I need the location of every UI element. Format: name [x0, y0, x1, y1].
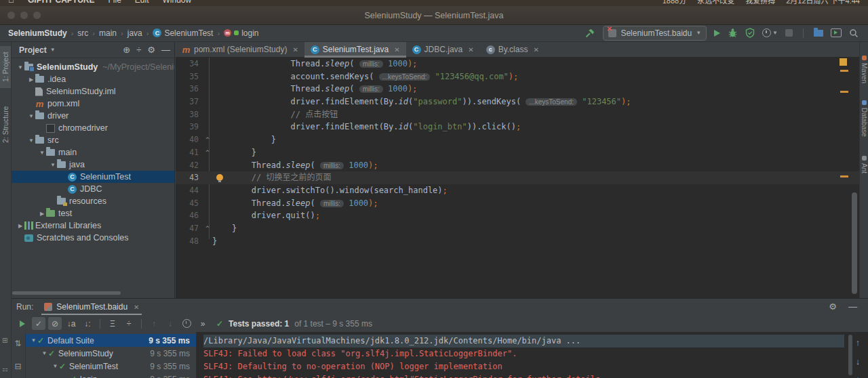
tree-item-main[interactable]: ▼main	[11, 146, 174, 159]
breadcrumb-item-login[interactable]: mlogin	[224, 28, 258, 38]
close-icon[interactable]: ✕	[292, 46, 298, 54]
tree-item-jdbc[interactable]: CJDBC	[11, 183, 174, 195]
menu-item[interactable]: Window	[163, 0, 192, 5]
close-icon[interactable]: ✕	[394, 46, 399, 54]
test-node-seleniumtest[interactable]: ▼✓SeleniumTest9 s 355 ms	[26, 360, 196, 373]
code-area[interactable]: 34 Thread.sleep( millis: 1000);35 accoun…	[176, 58, 860, 298]
test-history-icon[interactable]: ⇅	[14, 339, 21, 348]
editor-tab-jdbc.java[interactable]: CJDBC.java✕	[406, 42, 480, 57]
horizontal-scrollbar[interactable]	[12, 291, 121, 295]
gear-icon[interactable]: ⚙	[829, 301, 837, 312]
chevron-down-icon[interactable]: ▼	[30, 337, 37, 343]
scroll-down-icon[interactable]: ↓	[856, 356, 861, 366]
todo-icon[interactable]: ⚏	[2, 366, 9, 373]
breadcrumb-item-seleniumtest[interactable]: CSeleniumTest	[153, 28, 213, 38]
warning-stripe-mark[interactable]	[840, 91, 848, 93]
breadcrumb-item-seleniumstudy[interactable]: SeleniumStudy	[8, 28, 67, 38]
code-line-36[interactable]: 36 Thread.sleep( millis: 1000);	[176, 83, 860, 96]
code-line-47[interactable]: 47^ }	[176, 222, 860, 235]
breadcrumb-item-main[interactable]: main	[99, 28, 117, 38]
build-hammer-icon[interactable]	[585, 28, 595, 39]
apple-icon[interactable]: 	[8, 0, 14, 5]
breadcrumb-item-src[interactable]: src	[77, 28, 88, 38]
code-line-35[interactable]: 35 account.sendKeys( ...keysToSend: "123…	[176, 70, 860, 83]
test-node-default-suite[interactable]: ▼✓Default Suite9 s 355 ms	[26, 334, 196, 347]
more-actions-button[interactable]: »	[196, 317, 210, 330]
debug-button[interactable]	[728, 28, 738, 38]
chevron-down-icon[interactable]: ▼	[49, 162, 57, 168]
favorites-icon[interactable]: ⊞	[2, 337, 9, 344]
minimize-window-button[interactable]	[20, 12, 28, 19]
status-item[interactable]: 永远不改变	[697, 0, 734, 5]
code-line-42[interactable]: 42 Thread.sleep( millis: 1000);	[176, 159, 860, 172]
layout-icon[interactable]: ⊟	[14, 362, 21, 371]
expand-all-button[interactable]: Ξ	[106, 317, 119, 330]
sort-alphabetically-button[interactable]: ↓a	[64, 317, 78, 330]
tree-item-seleniumtest[interactable]: CSeleniumTest	[11, 171, 174, 183]
previous-failed-test-button[interactable]: ↑	[147, 317, 161, 330]
run-window-icon[interactable]	[831, 28, 842, 37]
tool-button-ant[interactable]: Ant	[860, 156, 868, 173]
tool-button-project[interactable]: 1: Project	[0, 46, 11, 88]
tree-item-test[interactable]: ▶test	[11, 207, 174, 219]
tree-item-src[interactable]: ▼src	[11, 134, 174, 146]
code-line-38[interactable]: 38 // 点击按钮	[176, 108, 860, 121]
run-with-coverage-button[interactable]	[745, 28, 755, 38]
tree-item-seleniumstudy-iml[interactable]: SeleniumStudy.iml	[11, 85, 174, 98]
run-configuration-select[interactable]: SeleniumTest.baidu ▼	[603, 26, 707, 41]
run-console[interactable]: /Library/Java/JavaVirtualMachines/jdk1.8…	[197, 332, 848, 378]
chevron-down-icon[interactable]: ▼	[16, 64, 24, 70]
test-node-login[interactable]: ✓login9 s 355 ms	[26, 373, 196, 378]
hide-panel-icon[interactable]: —	[848, 301, 857, 312]
fold-marker-icon[interactable]: ^	[203, 222, 212, 235]
locate-file-icon[interactable]: ⊕	[123, 45, 130, 54]
tree-item--idea[interactable]: ▶.idea	[11, 73, 174, 85]
stop-button[interactable]	[785, 29, 793, 37]
editor-scrollbar[interactable]	[852, 192, 857, 294]
menu-item[interactable]: GIPHY CAPTURE	[28, 0, 94, 5]
hide-panel-icon[interactable]: —	[161, 45, 170, 54]
fold-marker-icon[interactable]: ^	[203, 146, 212, 159]
code-line-44[interactable]: 44 driver.switchTo().window(search_handl…	[176, 184, 860, 197]
close-icon[interactable]: ✕	[468, 46, 473, 54]
code-line-39[interactable]: 39 driver.findElement(By.id("login_btn")…	[176, 121, 860, 133]
chevron-down-icon[interactable]: ▼	[27, 138, 35, 144]
status-item[interactable]: 1888分	[663, 0, 686, 5]
editor-tab-pom.xml[interactable]: mpom.xml (SeleniumStudy)✕	[176, 42, 304, 57]
code-line-43[interactable]: 43 // 切换至之前的页面	[176, 171, 860, 184]
code-line-40[interactable]: 40^ }	[176, 133, 860, 146]
test-history-button[interactable]	[180, 317, 193, 330]
breadcrumb-item-java[interactable]: java	[127, 28, 142, 38]
close-window-button[interactable]	[7, 12, 15, 19]
next-failed-test-button[interactable]: ↓	[163, 317, 177, 330]
show-ignored-toggle[interactable]: ⊘	[48, 317, 62, 330]
editor-tab-by.class[interactable]: cBy.class✕	[480, 42, 545, 57]
project-structure-icon[interactable]	[814, 30, 823, 37]
tree-item-pom-xml[interactable]: mpom.xml	[11, 98, 174, 110]
menu-item[interactable]: File	[108, 0, 121, 5]
collapse-all-icon[interactable]: ÷	[136, 45, 141, 54]
search-icon[interactable]	[849, 28, 859, 38]
zoom-window-button[interactable]	[33, 12, 41, 19]
code-line-45[interactable]: 45 Thread.sleep( millis: 1000);	[176, 197, 860, 210]
code-line-37[interactable]: 37 driver.findElement(By.id("password"))…	[176, 96, 860, 108]
sort-by-duration-button[interactable]: ↓:	[81, 317, 94, 330]
tree-item-scratches-and-consoles[interactable]: Scratches and Consoles	[11, 232, 174, 244]
tree-item-seleniumstudy[interactable]: ▼SeleniumStudy~/MyProject/Seleniu	[11, 61, 174, 73]
collapse-all-button[interactable]: ÷	[122, 317, 136, 330]
chevron-down-icon[interactable]: ▼	[38, 150, 46, 156]
tool-button-maven[interactable]: Maven	[860, 56, 868, 83]
rerun-tests-button[interactable]	[16, 317, 29, 330]
editor-tab-seleniumtest.java[interactable]: CSeleniumTest.java✕	[304, 42, 406, 57]
code-line-46[interactable]: 46 driver.quit();	[176, 209, 860, 222]
test-node-seleniumstudy[interactable]: ▼✓SeleniumStudy9 s 355 ms	[26, 347, 196, 360]
project-view-title[interactable]: Project	[19, 45, 47, 55]
inspection-status-icon[interactable]	[840, 58, 847, 66]
tree-item-driver[interactable]: ▼driver	[11, 110, 174, 122]
gear-icon[interactable]: ⚙	[147, 45, 155, 54]
tool-button-structure[interactable]: 2: Structure	[0, 100, 11, 149]
fold-marker-icon[interactable]: ^	[203, 133, 212, 146]
code-line-41[interactable]: 41^ }	[176, 146, 860, 159]
chevron-right-icon[interactable]: ▶	[27, 77, 35, 83]
menu-item[interactable]: Edit	[135, 0, 149, 5]
